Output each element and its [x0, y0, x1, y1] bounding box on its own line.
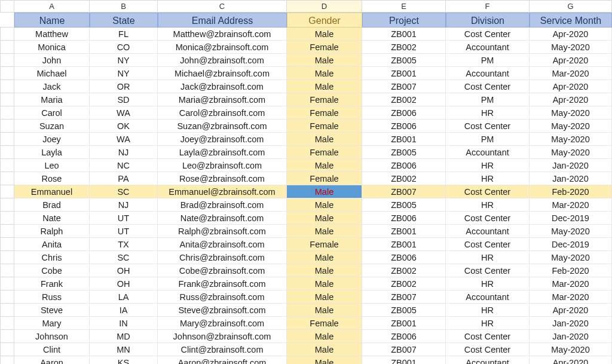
cell-email[interactable]: Joey@zbrainsoft.com — [158, 133, 287, 146]
cell-division[interactable]: HR — [446, 159, 530, 172]
cell-email[interactable]: Suzan@zbrainsoft.com — [158, 120, 287, 133]
row-gutter[interactable] — [0, 277, 14, 290]
row-gutter[interactable] — [0, 330, 14, 343]
cell-division[interactable]: HR — [446, 277, 530, 290]
cell-state[interactable]: OR — [90, 80, 158, 93]
cell-email[interactable]: Leo@zbrainsoft.com — [158, 159, 287, 172]
row-gutter[interactable] — [0, 290, 14, 304]
cell-month[interactable]: May-2020 — [530, 251, 612, 264]
col-label-B[interactable]: B — [90, 1, 158, 13]
cell-name[interactable]: Ralph — [14, 225, 90, 238]
cell-division[interactable]: HR — [446, 172, 530, 185]
cell-gender[interactable]: Male — [287, 277, 362, 290]
cell-email[interactable]: Jack@zbrainsoft.com — [158, 80, 287, 93]
row-gutter[interactable] — [0, 225, 14, 238]
cell-name[interactable]: Chris — [14, 251, 90, 264]
cell-state[interactable]: SD — [90, 93, 158, 106]
col-label-G[interactable]: G — [530, 1, 612, 13]
cell-division[interactable]: Cost Center — [446, 80, 530, 93]
cell-gender[interactable]: Male — [287, 198, 362, 212]
cell-state[interactable]: IA — [90, 304, 158, 317]
cell-name[interactable]: John — [14, 54, 90, 67]
cell-email[interactable]: Brad@zbrainsoft.com — [158, 198, 287, 212]
row-gutter[interactable] — [0, 41, 14, 54]
cell-division[interactable]: Cost Center — [446, 27, 530, 41]
cell-division[interactable]: Cost Center — [446, 120, 530, 133]
cell-name[interactable]: Mary — [14, 317, 90, 330]
cell-state[interactable]: OH — [90, 277, 158, 290]
cell-month[interactable]: May-2020 — [530, 106, 612, 120]
cell-month[interactable]: Jan-2020 — [530, 159, 612, 172]
cell-email[interactable]: Layla@zbrainsoft.com — [158, 146, 287, 159]
cell-month[interactable]: Jan-2020 — [530, 330, 612, 343]
cell-state[interactable]: CO — [90, 41, 158, 54]
cell-project[interactable]: ZB001 — [362, 27, 446, 41]
cell-state[interactable]: TX — [90, 238, 158, 251]
cell-gender[interactable]: Female — [287, 93, 362, 106]
row-gutter[interactable] — [0, 80, 14, 93]
cell-project[interactable]: ZB001 — [362, 225, 446, 238]
cell-gender[interactable]: Female — [287, 41, 362, 54]
cell-email[interactable]: Cobe@zbrainsoft.com — [158, 264, 287, 277]
cell-email[interactable]: Nate@zbrainsoft.com — [158, 212, 287, 225]
cell-gender[interactable]: Female — [287, 238, 362, 251]
cell-email[interactable]: Russ@zbrainsoft.com — [158, 290, 287, 304]
cell-state[interactable]: WA — [90, 106, 158, 120]
cell-gender[interactable]: Female — [287, 317, 362, 330]
col-label-E[interactable]: E — [362, 1, 446, 13]
cell-project[interactable]: ZB001 — [362, 356, 446, 364]
cell-month[interactable]: Dec-2019 — [530, 212, 612, 225]
cell-project[interactable]: ZB005 — [362, 304, 446, 317]
cell-email[interactable]: Frank@zbrainsoft.com — [158, 277, 287, 290]
cell-project[interactable]: ZB002 — [362, 172, 446, 185]
cell-email[interactable]: Matthew@zbrainsoft.com — [158, 27, 287, 41]
cell-month[interactable]: Apr-2020 — [530, 356, 612, 364]
cell-gender[interactable]: Male — [287, 80, 362, 93]
cell-state[interactable]: IN — [90, 317, 158, 330]
header-month[interactable]: Service Month — [530, 13, 612, 27]
cell-project[interactable]: ZB002 — [362, 93, 446, 106]
row-gutter[interactable] — [0, 93, 14, 106]
cell-project[interactable]: ZB005 — [362, 198, 446, 212]
cell-gender[interactable]: Male — [287, 67, 362, 80]
cell-gender[interactable]: Male — [287, 27, 362, 41]
cell-email[interactable]: Emmanuel@zbrainsoft.com — [158, 185, 287, 198]
cell-state[interactable]: SC — [90, 185, 158, 198]
cell-project[interactable]: ZB002 — [362, 277, 446, 290]
row-gutter[interactable] — [0, 251, 14, 264]
cell-name[interactable]: Matthew — [14, 27, 90, 41]
cell-state[interactable]: NJ — [90, 146, 158, 159]
cell-state[interactable]: FL — [90, 27, 158, 41]
cell-state[interactable]: PA — [90, 172, 158, 185]
cell-email[interactable]: Michael@zbrainsoft.com — [158, 67, 287, 80]
cell-gender[interactable]: Male — [287, 133, 362, 146]
cell-month[interactable]: Mar-2020 — [530, 198, 612, 212]
row-gutter[interactable] — [0, 146, 14, 159]
cell-project[interactable]: ZB006 — [362, 212, 446, 225]
cell-name[interactable]: Jack — [14, 80, 90, 93]
cell-division[interactable]: PM — [446, 93, 530, 106]
cell-name[interactable]: Layla — [14, 146, 90, 159]
cell-gender[interactable]: Male — [287, 356, 362, 364]
cell-month[interactable]: May-2020 — [530, 41, 612, 54]
header-name[interactable]: Name — [14, 13, 90, 27]
header-gender[interactable]: Gender — [287, 13, 362, 27]
cell-name[interactable]: Rose — [14, 172, 90, 185]
cell-division[interactable]: Cost Center — [446, 343, 530, 356]
cell-project[interactable]: ZB002 — [362, 264, 446, 277]
cell-name[interactable]: Russ — [14, 290, 90, 304]
cell-state[interactable]: UT — [90, 212, 158, 225]
cell-email[interactable]: Ralph@zbrainsoft.com — [158, 225, 287, 238]
cell-project[interactable]: ZB001 — [362, 317, 446, 330]
cell-project[interactable]: ZB001 — [362, 238, 446, 251]
cell-name[interactable]: Aaron — [14, 356, 90, 364]
cell-gender[interactable]: Male — [287, 264, 362, 277]
cell-project[interactable]: ZB007 — [362, 343, 446, 356]
cell-gender[interactable]: Female — [287, 146, 362, 159]
cell-division[interactable]: Cost Center — [446, 185, 530, 198]
cell-project[interactable]: ZB007 — [362, 80, 446, 93]
row-gutter[interactable] — [0, 120, 14, 133]
cell-division[interactable]: Accountant — [446, 290, 530, 304]
cell-gender[interactable]: Female — [287, 120, 362, 133]
cell-division[interactable]: HR — [446, 106, 530, 120]
